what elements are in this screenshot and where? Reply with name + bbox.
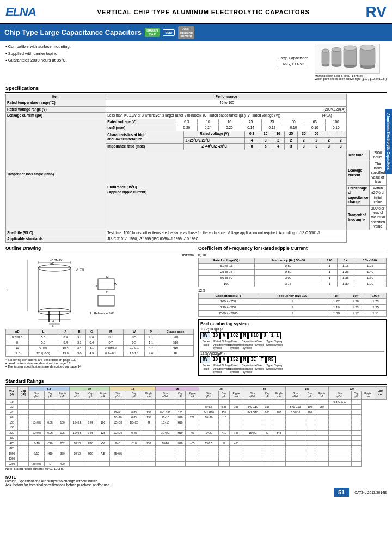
svg-point-8 <box>344 46 357 50</box>
rating-row-150: 150 <box>6 425 387 431</box>
coeff-row-2: 25 to 350.8011.251.40 <box>199 270 387 276</box>
svg-point-5 <box>332 48 341 52</box>
diagram-area: Large Capacitance RV ζ 1 / RV2 <box>278 44 387 81</box>
series-badge: RV <box>366 3 387 21</box>
pf2-v: V <box>220 356 228 363</box>
ratings-title: Standard Ratings <box>5 378 387 385</box>
rating-row-820: 820 <box>6 446 387 451</box>
pf2-10: 10 <box>211 356 220 363</box>
rating-row-470: 470 8~10C10252 10/10H10+56 8~CC10252 10/… <box>6 440 387 446</box>
coeff2-row-2: 330 to 50011.161.231.25 <box>199 305 387 311</box>
footer: NOTE Design, Specifications are subject … <box>0 473 392 499</box>
part-num-example: 10(V)100(μF)↑ <box>200 327 384 331</box>
svg-text:A -7.5: A -7.5 <box>76 268 84 271</box>
pl2-size: Size symbol <box>253 364 265 374</box>
coeff-row-1: 6.3 to 160.8011.151.25 <box>199 264 387 270</box>
pf2-m: M <box>241 356 248 363</box>
pl2-rated: Rated voltage symbol <box>213 364 222 374</box>
footer-right: 51 CAT.No.2013/2014E <box>334 488 387 497</box>
pf2-ie: IE <box>248 356 258 363</box>
pl-rated: Rated voltage symbol <box>213 340 222 350</box>
elna-logo: ELNA <box>5 5 36 19</box>
header-title: VERTICAL CHIP TYPE ALUMINUM ELECTROLYTIC… <box>47 9 360 15</box>
rating-row-220: 220 10×0.50.95125 10×0.50.95125 1C×C00.4… <box>6 430 387 436</box>
coeff-subtitle2: 12.5 <box>198 289 387 292</box>
pf-ii: i i <box>269 332 281 339</box>
pf-10: 10 <box>211 332 220 339</box>
footer-note-1: Design, Specifications are subject to ch… <box>5 479 387 483</box>
pl-cap: Rated capacitance symbol <box>228 340 241 350</box>
header: ELNA VERTICAL CHIP TYPE ALUMINUM ELECTRO… <box>0 0 392 24</box>
rating-row-68: 68 10×100.85135 10×10H10206 10×10H10 <box>6 415 387 420</box>
rating-row-1500: 1500 <box>6 456 387 462</box>
specs-title: Specifications <box>5 84 387 93</box>
title-bar-text: Chip Type Large Capacitance Capacitors <box>4 28 142 36</box>
pl2-tol: Capacitance tolerance symbol <box>242 364 253 374</box>
rating-row-330: 330 <box>6 436 387 441</box>
pl-series: Series code <box>200 340 212 350</box>
cat-number: CAT.No.2013/2014E <box>354 491 387 494</box>
part-example2-label: 12.5(V)I52(μF)↑ <box>200 351 384 356</box>
rating-row-1000: 1000 0/10H10360 10/10H10A/B 25×0.5 <box>6 451 387 456</box>
svg-text:1 : Reference 5.0/: 1 : Reference 5.0/ <box>90 311 114 315</box>
svg-text:≤0.3MAX: ≤0.3MAX <box>50 259 63 262</box>
pf-v: V <box>220 332 228 339</box>
rating-row-2200: 2200 25×0.5L490 <box>6 461 387 467</box>
svg-text:A: A <box>52 320 54 323</box>
pf-u: U <box>261 332 268 339</box>
svg-point-2 <box>322 49 329 52</box>
svg-rect-26 <box>98 295 114 306</box>
coeff-subtitle: 8, 10 <box>198 253 387 257</box>
svg-point-11 <box>360 45 375 50</box>
pl2-cap: Rated capacitance symbol <box>228 364 241 374</box>
img-caption: Marking color: Red & pink. (φ8×5.8t)When… <box>315 74 387 81</box>
page-number: 51 <box>334 488 349 497</box>
pl2-taping: Taping symbol <box>274 364 283 374</box>
footer-note-label: NOTE <box>5 475 387 479</box>
coeff-title: Coefficient of Frequency for Rated Rippl… <box>198 245 387 252</box>
coeff-row-4: 1003.7511.301.30 <box>199 281 387 287</box>
outline-notes: • Soldering conditions are described on … <box>5 358 194 368</box>
coeff-row-3: 50 to 503.0011.351.50 <box>199 275 387 281</box>
rating-row-33: 33 8×6.50.85155 8×0 G10155 8×1 G10100180 <box>6 405 387 410</box>
right-col: Coefficient of Frequency for Rated Rippl… <box>198 245 387 376</box>
svg-rect-7 <box>344 48 357 65</box>
pf-m: M <box>241 332 248 339</box>
diagram-box: RV ζ 1 / RV2 <box>278 60 309 68</box>
ratings-area: W.V(V) Cap(μF) 6.3 10 16 25 35 50 100 12… <box>5 386 387 471</box>
svg-text:M: M <box>106 275 109 278</box>
pl2-series: Series code <box>200 364 212 374</box>
footer-note-2: Ask factory for technical specifications… <box>5 483 387 487</box>
outline-drawing: L φD B A G W P M <box>5 257 194 328</box>
spec-row-tand: Tangent of loss angle (tanδ) Rated volta… <box>6 119 387 131</box>
outline-table: φDLABGMWPClause code 6.3×0.35.86.43.10.4… <box>5 329 194 357</box>
outline-row-3: 100~0.510.43.43.10.45±0.20.7 0.14.7H10 <box>6 346 194 351</box>
green-cap-badge: GREENCAP <box>145 28 160 37</box>
pf2-i52: I52 <box>228 356 240 363</box>
spec-row-temp: Rated temperature range(°C) -40 to 105 <box>6 100 387 106</box>
svg-rect-25 <box>98 279 114 290</box>
features-row: • Compatible with surface mounting. • Su… <box>0 41 392 83</box>
svg-text:B: B <box>52 324 54 327</box>
outline-unit: Unit:mm <box>5 253 194 257</box>
pf2-r5: R5 <box>266 356 276 363</box>
coeff-table-1: Rated voltage(V)↓Frequency (Hz) 50~60120… <box>198 258 387 287</box>
diagram-models: RV ζ 1 / RV2 <box>283 62 304 66</box>
part-labels-row: Series code Rated voltage symbol Voltage… <box>200 340 384 350</box>
anti-cleaning-badge: Anti-cleaningsolvent <box>178 26 194 39</box>
spec-row-leakage: Leakage current (μA) Less than I=0.1CV o… <box>6 113 387 119</box>
pl2-vsym: Voltage symbol <box>222 364 228 374</box>
rating-row-47: 47 10×0.10.85135 8×1 G10155 8×1 G10155 8… <box>6 409 387 415</box>
pl-size: Size symbol <box>253 340 265 350</box>
svg-text:P: P <box>106 290 108 293</box>
part-num-title: Part numbering system <box>200 321 384 326</box>
outline-row-2: 85.88.43.10.40.70.51.1G10 <box>6 340 194 345</box>
part-fields-row: RV 10 V 102 M H10 U i i <box>200 332 384 339</box>
pl-tol: Capacitance tolerance symbol <box>242 340 253 350</box>
svg-rect-1 <box>322 51 329 65</box>
ratings-table: W.V(V) Cap(μF) 6.3 10 16 25 35 50 100 12… <box>5 386 387 467</box>
ratings-note: Note: Rated ripple current: 85°C, 120Hz. <box>5 467 387 470</box>
features-list: • Compatible with surface mounting. • Su… <box>5 44 267 81</box>
coeff-table-2: Capacitance(μF)Frequency (Hz) 1201k10k10… <box>198 293 387 317</box>
pl-vsym: Voltage symbol <box>222 340 228 350</box>
